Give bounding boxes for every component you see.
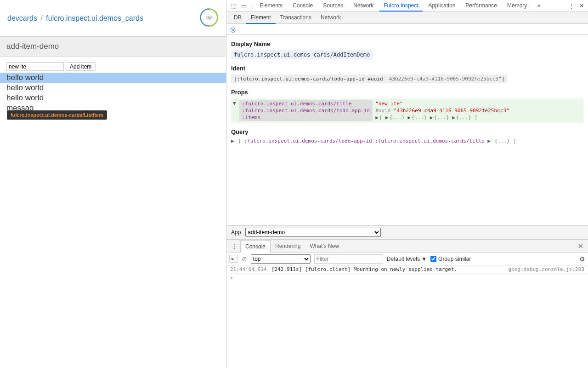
ident-uuid: "43b226e9-c4a9-4116-9065-9092fe25bcc3" [386,76,502,82]
tab-sources[interactable]: Sources [319,0,347,12]
list-item[interactable]: hello world [0,83,226,93]
breadcrumb-separator: / [39,14,44,22]
props-label: Props [231,89,583,96]
clojurescript-logo-icon: cljs [199,8,219,29]
card-title: add-item-demo [0,37,226,57]
tabs-overflow-icon[interactable]: » [533,0,544,12]
props-value-box: ▼ :fulcro.inspect.ui.demos-cards/title "… [231,98,583,123]
subtab-db[interactable]: DB [229,12,246,24]
props-row: :items ▶[ ▶{...} ▶{...} ▶{...} ▶{...} ] [239,114,512,121]
app-select[interactable]: add-item-demo [245,228,381,237]
console-prompt[interactable]: › [226,274,588,282]
group-similar-label: Group similar [438,256,471,262]
query-value[interactable]: ▶ [ :fulcro.inspect.ui.demos-cards/todo-… [231,138,583,144]
ident-close: ] [502,76,505,82]
subtab-network[interactable]: Network [316,12,345,24]
ident-key: [:fulcro.inspect.ui.demos-cards/todo-app… [234,76,386,82]
tab-application[interactable]: Application [424,0,460,12]
query-expand-toggle[interactable]: ▶ [487,138,492,144]
display-name-value[interactable]: fulcro.inspect.ui.demos-cards/AddItemDem… [231,50,373,59]
subtab-transactions[interactable]: Transactions [276,12,316,24]
tab-memory[interactable]: Memory [503,0,531,12]
drawer-menu-icon[interactable]: ⋮ [228,242,240,250]
tab-console[interactable]: Console [288,0,317,12]
props-row: :fulcro.inspect.ui.demos-cards/todo-app-… [239,107,512,114]
query-label: Query [231,128,583,135]
devtools-close-icon[interactable]: ✕ [579,2,584,9]
log-message: [242.911s] [fulcro.client] Mounting on n… [271,266,508,272]
element-hover-tooltip: fulcro.inspect.ui.demos-cards/ListItem [7,110,107,120]
element-toolbar: ◎ [226,24,588,35]
props-row: :fulcro.inspect.ui.demos-cards/title "ne… [239,100,512,107]
device-toggle-icon[interactable]: ▭ [241,2,247,9]
inspect-element-icon[interactable]: ⬚ [231,2,237,9]
breadcrumb-page-link[interactable]: fulcro.inspect.ui.demos_cards [46,14,143,22]
tab-network[interactable]: Network [349,0,378,12]
element-panel-body: Display Name fulcro.inspect.ui.demos-car… [226,35,588,225]
tab-elements[interactable]: Elements [255,0,287,12]
props-key[interactable]: :fulcro.inspect.ui.demos-cards/todo-app-… [239,107,373,114]
app-selector-row: App add-item-demo [226,225,588,239]
console-toolbar: ▸| ⊘ top Default levels ▼ Group similar … [226,253,588,265]
list-item[interactable]: hello world [0,73,226,83]
log-timestamp: 21:44:04.614 [230,266,271,272]
card-body: fulcro.inspect.ui.demos-cards/ListItem A… [0,57,226,113]
drawer-tab-whatsnew[interactable]: What's New [305,240,344,252]
drawer-close-icon[interactable]: ✕ [575,242,586,250]
tab-performance[interactable]: Performance [461,0,501,12]
devcards-pane: devcards / fulcro.inspect.ui.demos_cards… [0,0,226,368]
fulcro-subtabs: DB Element Transactions Network [226,12,588,24]
console-drawer: ⋮ Console Rendering What's New ✕ ▸| ⊘ to… [226,239,588,368]
drawer-tab-console[interactable]: Console [240,240,271,253]
devtools-tabbar: ⬚ ▭ | Elements Console Sources Network F… [226,0,588,12]
props-key[interactable]: :items [239,114,373,121]
new-item-input[interactable] [6,62,64,71]
console-log-line[interactable]: 21:44:04.614 [242.911s] [fulcro.client] … [226,265,588,274]
group-similar-checkbox[interactable]: Group similar [430,256,471,262]
tab-fulcro-inspect[interactable]: Fulcro Inspect [379,0,422,12]
props-key[interactable]: :fulcro.inspect.ui.demos-cards/title [239,100,373,107]
item-list: hello world hello world hello world mess… [0,73,226,113]
kebab-menu-icon[interactable]: ⋮ [569,2,575,9]
clear-console-icon[interactable]: ⊘ [242,255,247,263]
ident-label: Ident [231,65,583,72]
devtools-pane: ⬚ ▭ | Elements Console Sources Network F… [226,0,588,368]
console-levels-dropdown[interactable]: Default levels ▼ [387,256,427,262]
drawer-tab-rendering[interactable]: Rendering [271,240,305,252]
query-expand-toggle[interactable]: ▶ [231,138,235,144]
breadcrumb: devcards / fulcro.inspect.ui.demos_cards [7,14,143,23]
group-similar-input[interactable] [430,256,436,262]
breadcrumb-root-link[interactable]: devcards [7,14,37,22]
console-sidebar-toggle-icon[interactable]: ▸| [229,255,238,263]
ident-value[interactable]: [:fulcro.inspect.ui.demos-cards/todo-app… [231,75,507,83]
console-filter-input[interactable] [314,254,383,264]
query-keyword: :fulcro.inspect.ui.demos-cards/title [375,138,484,144]
query-keyword: :fulcro.inspect.ui.demos-cards/todo-app-… [244,138,372,144]
log-source-link[interactable]: goog.debug.console.js:203 [508,266,584,272]
console-context-select[interactable]: top [251,254,311,264]
list-item[interactable]: hello world [0,93,226,103]
app-label: App [231,229,241,236]
props-expand-toggle[interactable]: ▼ [233,100,239,121]
svg-text:cljs: cljs [206,15,213,20]
display-name-label: Display Name [231,40,583,47]
props-value[interactable]: "new ite" [373,100,512,107]
subtab-element[interactable]: Element [246,12,276,24]
props-value[interactable]: #uuid "43b226e9-c4a9-4116-9065-9092fe25b… [373,107,512,114]
devcards-header: devcards / fulcro.inspect.ui.demos_cards… [0,0,226,37]
console-settings-icon[interactable]: ⚙ [579,255,585,263]
console-drawer-tabs: ⋮ Console Rendering What's New ✕ [226,240,588,253]
console-output[interactable]: 21:44:04.614 [242.911s] [fulcro.client] … [226,265,588,368]
props-value[interactable]: ▶[ ▶{...} ▶{...} ▶{...} ▶{...} ] [373,114,512,121]
pick-element-icon[interactable]: ◎ [230,26,236,33]
add-item-button[interactable]: Add item [66,62,96,71]
